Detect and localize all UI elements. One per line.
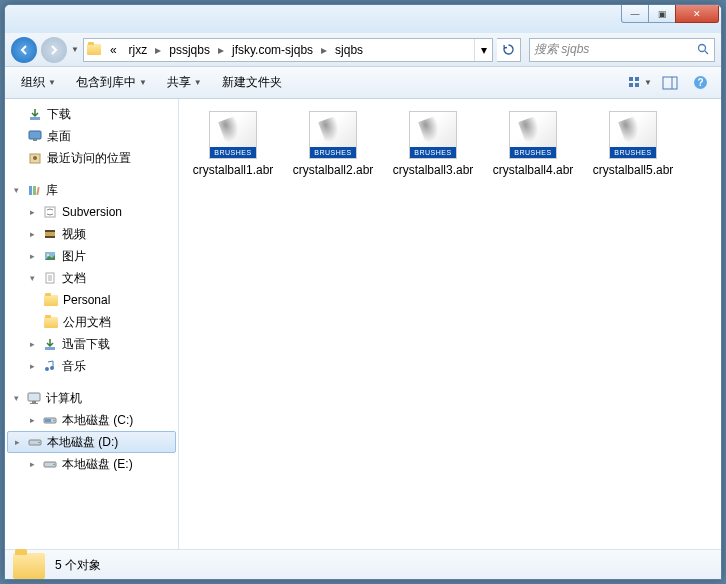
include-in-library-button[interactable]: 包含到库中▼: [68, 71, 155, 94]
sidebar-item-drive-e[interactable]: ▸本地磁盘 (E:): [5, 453, 178, 475]
sidebar-item-public-docs[interactable]: 公用文档: [5, 311, 178, 333]
tree-label: 本地磁盘 (C:): [62, 412, 133, 429]
brush-file-icon: BRUSHES: [309, 111, 357, 159]
file-item[interactable]: BRUSHES crystalball4.abr: [487, 111, 579, 177]
drive-icon: [27, 434, 43, 450]
expand-icon[interactable]: ▸: [27, 415, 38, 426]
expand-icon[interactable]: ▸: [27, 207, 38, 218]
tree-label: 本地磁盘 (D:): [47, 434, 118, 451]
svg-rect-15: [29, 186, 32, 195]
expand-icon[interactable]: ▸: [27, 339, 38, 350]
collapse-icon[interactable]: ▾: [11, 393, 22, 404]
svg-rect-4: [629, 83, 633, 87]
expand-icon[interactable]: ▸: [27, 229, 38, 240]
chevron-right-icon: ▸: [216, 43, 226, 57]
explorer-window: — ▣ ✕ ▼ « rjxz▸ pssjqbs▸ jfsky.com-sjqbs…: [4, 4, 722, 580]
svg-point-23: [47, 254, 49, 256]
sidebar-item-pictures[interactable]: ▸图片: [5, 245, 178, 267]
breadcrumb-dropdown-icon[interactable]: ▾: [474, 39, 492, 61]
nav-history-dropdown-icon[interactable]: ▼: [71, 45, 79, 54]
breadcrumb-segment[interactable]: rjxz: [123, 39, 154, 61]
drive-icon: [42, 456, 58, 472]
forward-button[interactable]: [41, 37, 67, 63]
expand-icon[interactable]: ▸: [12, 437, 23, 448]
svg-point-0: [699, 45, 706, 52]
drive-icon: [42, 412, 58, 428]
tree-label: 最近访问的位置: [47, 150, 131, 167]
collapse-icon[interactable]: ▾: [27, 273, 38, 284]
svg-rect-20: [45, 230, 55, 232]
sidebar-item-downloads[interactable]: 下载: [5, 103, 178, 125]
svg-rect-35: [45, 419, 51, 422]
share-button[interactable]: 共享▼: [159, 71, 210, 94]
svg-rect-33: [30, 403, 38, 404]
breadcrumb-prefix[interactable]: «: [104, 39, 123, 61]
tree-label: 视频: [62, 226, 86, 243]
sidebar-item-recent[interactable]: 最近访问的位置: [5, 147, 178, 169]
file-item[interactable]: BRUSHES crystalball5.abr: [587, 111, 679, 177]
navigation-bar: ▼ « rjxz▸ pssjqbs▸ jfsky.com-sjqbs▸ sjqb…: [5, 33, 721, 67]
computer-icon: [26, 390, 42, 406]
expand-icon[interactable]: ▸: [27, 251, 38, 262]
sidebar-item-documents[interactable]: ▾文档: [5, 267, 178, 289]
tree-label: 桌面: [47, 128, 71, 145]
tree-label: 本地磁盘 (E:): [62, 456, 133, 473]
breadcrumb-segment[interactable]: jfsky.com-sjqbs: [226, 39, 319, 61]
breadcrumb[interactable]: « rjxz▸ pssjqbs▸ jfsky.com-sjqbs▸ sjqbs …: [83, 38, 493, 62]
tree-label: 库: [46, 182, 58, 199]
svg-point-40: [53, 464, 55, 466]
expand-icon[interactable]: ▸: [27, 459, 38, 470]
breadcrumb-segment[interactable]: sjqbs: [329, 39, 369, 61]
file-item[interactable]: BRUSHES crystalball2.abr: [287, 111, 379, 177]
svg-rect-31: [28, 393, 40, 401]
chevron-down-icon: ▼: [644, 78, 652, 87]
library-icon: [26, 182, 42, 198]
sidebar-item-personal[interactable]: Personal: [5, 289, 178, 311]
sidebar-item-music[interactable]: ▸音乐: [5, 355, 178, 377]
folder-icon: [84, 44, 104, 55]
breadcrumb-segment[interactable]: pssjqbs: [163, 39, 216, 61]
sidebar-item-computer[interactable]: ▾计算机: [5, 387, 178, 409]
sidebar-item-libraries[interactable]: ▾库: [5, 179, 178, 201]
sidebar-item-videos[interactable]: ▸视频: [5, 223, 178, 245]
refresh-button[interactable]: [497, 38, 521, 62]
svg-point-14: [33, 156, 37, 160]
search-input[interactable]: 搜索 sjqbs: [529, 38, 715, 62]
download-icon: [42, 336, 58, 352]
file-name: crystalball4.abr: [493, 163, 574, 177]
file-item[interactable]: BRUSHES crystalball3.abr: [387, 111, 479, 177]
sidebar-item-drive-d[interactable]: ▸本地磁盘 (D:): [7, 431, 176, 453]
svg-rect-2: [629, 77, 633, 81]
svg-text:?: ?: [697, 77, 703, 88]
preview-pane-button[interactable]: [657, 72, 683, 94]
sidebar-item-xunlei[interactable]: ▸迅雷下载: [5, 333, 178, 355]
navigation-pane[interactable]: 下载 桌面 最近访问的位置 ▾库 ▸Subversion ▸视频 ▸图片 ▾文档…: [5, 99, 179, 549]
search-icon: [697, 43, 710, 56]
svg-rect-5: [635, 83, 639, 87]
titlebar[interactable]: — ▣ ✕: [5, 5, 721, 33]
organize-button[interactable]: 组织▼: [13, 71, 64, 94]
status-bar: 5 个对象: [5, 549, 721, 580]
documents-icon: [42, 270, 58, 286]
back-button[interactable]: [11, 37, 37, 63]
svg-rect-28: [45, 347, 55, 350]
collapse-icon[interactable]: ▾: [11, 185, 22, 196]
file-list[interactable]: BRUSHES crystalball1.abr BRUSHES crystal…: [179, 99, 721, 549]
chevron-down-icon: ▼: [48, 78, 56, 87]
file-item[interactable]: BRUSHES crystalball1.abr: [187, 111, 279, 177]
brush-badge: BRUSHES: [610, 147, 656, 158]
maximize-button[interactable]: ▣: [648, 5, 676, 23]
sidebar-item-drive-c[interactable]: ▸本地磁盘 (C:): [5, 409, 178, 431]
new-folder-button[interactable]: 新建文件夹: [214, 71, 290, 94]
minimize-button[interactable]: —: [621, 5, 649, 23]
close-button[interactable]: ✕: [675, 5, 719, 23]
view-options-button[interactable]: ▼: [627, 72, 653, 94]
expand-icon[interactable]: ▸: [27, 361, 38, 372]
sidebar-item-subversion[interactable]: ▸Subversion: [5, 201, 178, 223]
help-button[interactable]: ?: [687, 72, 713, 94]
svg-rect-12: [33, 139, 37, 141]
brush-badge: BRUSHES: [310, 147, 356, 158]
svg-rect-21: [45, 236, 55, 238]
sidebar-item-desktop[interactable]: 桌面: [5, 125, 178, 147]
svg-point-30: [50, 366, 54, 370]
